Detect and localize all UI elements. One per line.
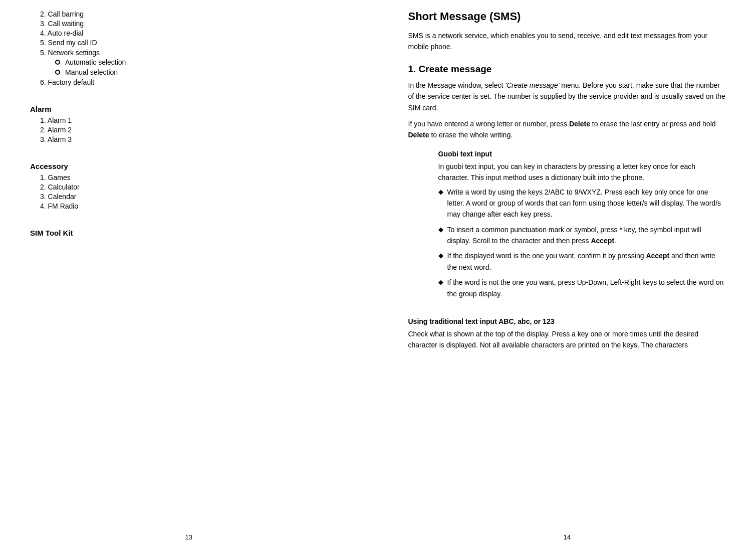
body2-suffix: to erase the whole writing.: [429, 131, 513, 139]
accept-keyword-1: Accept: [591, 237, 614, 245]
traditional-body: Check what is shown at the top of the di…: [408, 328, 726, 351]
bullet-text-4: If the word is not the one you want, pre…: [447, 277, 726, 299]
calculator-item: 2. Calculator: [40, 183, 358, 191]
create-message-body2: If you have entered a wrong letter or nu…: [408, 118, 726, 141]
send-call-id-item: 5. Send my call ID: [40, 39, 358, 47]
automatic-selection-item: Automatic selection: [55, 58, 358, 66]
create-message-title: 1. Create message: [408, 64, 726, 75]
create-message-italic: 'Create message': [505, 81, 559, 89]
radio-circle-manual: [55, 70, 60, 75]
bullet-text-1: Write a word by using the keys 2/ABC to …: [447, 187, 726, 220]
bullet-text-3: If the displayed word is the one you wan…: [447, 250, 726, 273]
auto-redial-item: 4. Auto re-dial: [40, 29, 358, 37]
alarm2-item: 2. Alarm 2: [40, 126, 358, 134]
body2-middle: to erase the last entry or press and hol…: [590, 120, 716, 128]
delete-keyword-2: Delete: [408, 131, 429, 139]
sms-title: Short Message (SMS): [408, 10, 726, 23]
manual-selection-item: Manual selection: [55, 68, 358, 76]
alarm3-item: 3. Alarm 3: [40, 135, 358, 143]
page-left: 2. Call barring 3. Call waiting 4. Auto …: [0, 0, 378, 551]
traditional-heading: Using traditional text input ABC, abc, o…: [408, 317, 726, 325]
guobi-body: In guobi text input, you can key in char…: [438, 161, 726, 183]
network-settings-item: 5. Network settings: [40, 49, 358, 57]
sms-intro: SMS is a network service, which enables …: [408, 30, 726, 53]
accept-keyword-2: Accept: [646, 252, 669, 260]
bullet-diamond-1: ◆: [438, 187, 443, 198]
call-waiting-item: 3. Call waiting: [40, 20, 358, 28]
accessory-heading: Accessory: [30, 162, 358, 170]
bullet-item-4: ◆ If the word is not the one you want, p…: [438, 277, 726, 299]
bullet-text-2: To insert a common punctuation mark or s…: [447, 224, 726, 247]
games-item: 1. Games: [40, 173, 358, 181]
bullet-item-2: ◆ To insert a common punctuation mark or…: [438, 224, 726, 247]
sim-tool-kit-heading: SIM Tool Kit: [30, 229, 358, 237]
body2-prefix: If you have entered a wrong letter or nu…: [408, 120, 569, 128]
radio-circle-auto: [55, 60, 60, 65]
factory-default-item: 6. Factory default: [40, 78, 358, 86]
bullet-diamond-3: ◆: [438, 251, 443, 261]
fm-radio-item: 4. FM Radio: [40, 202, 358, 210]
call-barring-item: 2. Call barring: [40, 10, 358, 18]
page-right: Short Message (SMS) SMS is a network ser…: [378, 0, 757, 551]
manual-selection-label: Manual selection: [65, 68, 118, 76]
delete-keyword-1: Delete: [569, 120, 590, 128]
create-message-body1: In the Message window, select 'Create me…: [408, 80, 726, 113]
bullet-diamond-4: ◆: [438, 277, 443, 288]
call-settings-list: 2. Call barring 3. Call waiting 4. Auto …: [30, 10, 358, 47]
body1-prefix: In the Message window, select: [408, 81, 506, 89]
calendar-item: 3. Calendar: [40, 193, 358, 201]
right-page-number: 14: [564, 533, 571, 541]
alarm1-item: 1. Alarm 1: [40, 116, 358, 124]
alarm-heading: Alarm: [30, 105, 358, 113]
bullet-item-1: ◆ Write a word by using the keys 2/ABC t…: [438, 187, 726, 220]
guobi-heading: Guobi text input: [438, 150, 726, 158]
bullet-diamond-2: ◆: [438, 225, 443, 235]
left-page-number: 13: [185, 533, 192, 541]
bullet-item-3: ◆ If the displayed word is the one you w…: [438, 250, 726, 273]
automatic-selection-label: Automatic selection: [65, 58, 126, 66]
